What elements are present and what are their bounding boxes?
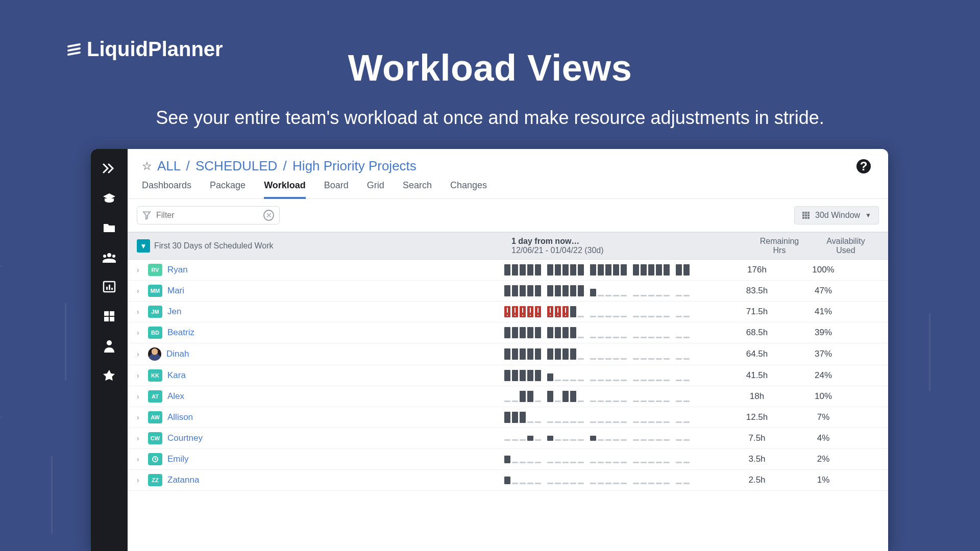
report-icon[interactable] (102, 280, 117, 294)
expand-row-icon[interactable]: › (137, 287, 146, 295)
tab-workload[interactable]: Workload (264, 180, 306, 199)
collapse-all-button[interactable]: ▼ (137, 239, 150, 253)
avatar: MM (148, 285, 162, 297)
breadcrumb: ALL / SCHEDULED / High Priority Projects (157, 158, 416, 174)
breadcrumb-sep: / (186, 158, 190, 173)
remaining-hours: 64.5h (724, 349, 790, 359)
academy-icon[interactable] (102, 191, 117, 205)
tab-dashboards[interactable]: Dashboards (142, 180, 191, 198)
availability-used: 2% (790, 454, 856, 464)
header-future-label: 1 day from now… (511, 237, 604, 246)
workload-sparkline (504, 477, 724, 484)
table-row: ›MMMari83.5h47% (128, 281, 888, 302)
avatar: BD (148, 327, 162, 339)
svg-rect-12 (802, 212, 804, 214)
window-select[interactable]: 30d Window ▼ (794, 206, 879, 224)
svg-point-2 (112, 255, 115, 258)
svg-rect-10 (110, 317, 114, 321)
workload-sparkline (504, 285, 724, 296)
col-availability-header: Availability Used (813, 237, 879, 255)
clear-filter-icon[interactable]: ✕ (263, 210, 274, 221)
svg-rect-7 (104, 311, 109, 316)
availability-used: 4% (790, 433, 856, 443)
star-icon[interactable] (102, 368, 117, 383)
svg-rect-20 (807, 217, 810, 219)
svg-rect-17 (807, 214, 810, 216)
grid-icon[interactable] (102, 309, 117, 323)
expand-row-icon[interactable]: › (137, 308, 146, 316)
table-row: ›BDBeatriz68.5h39% (128, 322, 888, 343)
workload-rows: ›RVRyan176h100%›MMMari83.5h47%›JMJen71.5… (128, 260, 888, 491)
expand-row-icon[interactable]: › (137, 371, 146, 380)
favorite-star-icon[interactable]: ☆ (142, 160, 152, 173)
person-icon[interactable] (102, 339, 117, 353)
expand-sidebar-icon[interactable] (102, 161, 117, 176)
expand-row-icon[interactable]: › (137, 350, 146, 358)
header-daterange: 1 day from now… 12/06/21 - 01/04/22 (30d… (511, 237, 604, 255)
table-row: ›ATAlex18h10% (128, 386, 888, 407)
tab-grid[interactable]: Grid (367, 180, 384, 198)
workload-sparkline (504, 306, 724, 317)
remaining-hours: 18h (724, 391, 790, 402)
tab-board[interactable]: Board (324, 180, 349, 198)
breadcrumb-bar: ☆ ALL / SCHEDULED / High Priority Projec… (128, 149, 888, 174)
table-row: ›CWCourtney7.5h4% (128, 428, 888, 449)
svg-rect-14 (807, 212, 810, 214)
breadcrumb-all[interactable]: ALL (157, 158, 180, 173)
person-link[interactable]: Courtney (167, 433, 259, 443)
person-link[interactable]: Emily (167, 454, 259, 464)
filter-input-wrap[interactable]: ✕ (137, 206, 280, 224)
page-title: Workload Views (0, 47, 980, 89)
help-icon[interactable]: ? (856, 159, 871, 173)
person-link[interactable]: Zatanna (167, 475, 259, 485)
page-subtitle: See your entire team's workload at once … (0, 107, 980, 129)
person-link[interactable]: Ryan (167, 265, 259, 275)
person-link[interactable]: Dinah (166, 349, 258, 359)
tab-search[interactable]: Search (403, 180, 432, 198)
workload-sparkline (504, 370, 724, 381)
breadcrumb-scheduled[interactable]: SCHEDULED (195, 158, 277, 173)
person-link[interactable]: Allison (167, 412, 259, 422)
header-title: First 30 Days of Scheduled Work (154, 241, 511, 251)
chevron-down-icon: ▼ (865, 212, 871, 219)
table-row: ›JMJen71.5h41% (128, 302, 888, 322)
expand-row-icon[interactable]: › (137, 392, 146, 400)
svg-rect-5 (109, 285, 110, 290)
breadcrumb-project[interactable]: High Priority Projects (292, 158, 416, 173)
person-link[interactable]: Mari (167, 286, 259, 296)
person-link[interactable]: Kara (167, 370, 259, 381)
remaining-hours: 176h (724, 265, 790, 275)
expand-row-icon[interactable]: › (137, 455, 146, 463)
availability-used: 47% (790, 286, 856, 296)
availability-used: 41% (790, 307, 856, 317)
avatar: CW (148, 432, 162, 444)
expand-row-icon[interactable]: › (137, 413, 146, 421)
funnel-icon (142, 211, 151, 220)
col-remaining-header: Remaining Hrs (746, 237, 813, 255)
expand-row-icon[interactable]: › (137, 434, 146, 442)
people-icon[interactable] (102, 250, 117, 264)
folder-icon[interactable] (102, 220, 117, 235)
person-link[interactable]: Jen (167, 307, 259, 317)
tab-changes[interactable]: Changes (450, 180, 487, 198)
filter-input[interactable] (156, 211, 258, 220)
expand-row-icon[interactable]: › (137, 266, 146, 274)
tab-package[interactable]: Package (210, 180, 246, 198)
svg-rect-18 (802, 217, 804, 219)
availability-used: 24% (790, 370, 856, 381)
header-range-text: 12/06/21 - 01/04/22 (30d) (511, 246, 604, 255)
avatar: ZZ (148, 474, 162, 486)
svg-rect-8 (110, 311, 114, 316)
table-header: ▼ First 30 Days of Scheduled Work 1 day … (128, 232, 888, 260)
person-link[interactable]: Alex (167, 391, 259, 402)
remaining-hours: 68.5h (724, 328, 790, 338)
svg-rect-9 (104, 317, 109, 321)
availability-used: 1% (790, 475, 856, 485)
avatar: AW (148, 411, 162, 423)
expand-row-icon[interactable]: › (137, 329, 146, 337)
window-select-label: 30d Window (815, 211, 860, 220)
workload-sparkline (504, 456, 724, 463)
expand-row-icon[interactable]: › (137, 476, 146, 484)
person-link[interactable]: Beatriz (167, 328, 259, 338)
grid3-icon (802, 211, 810, 219)
